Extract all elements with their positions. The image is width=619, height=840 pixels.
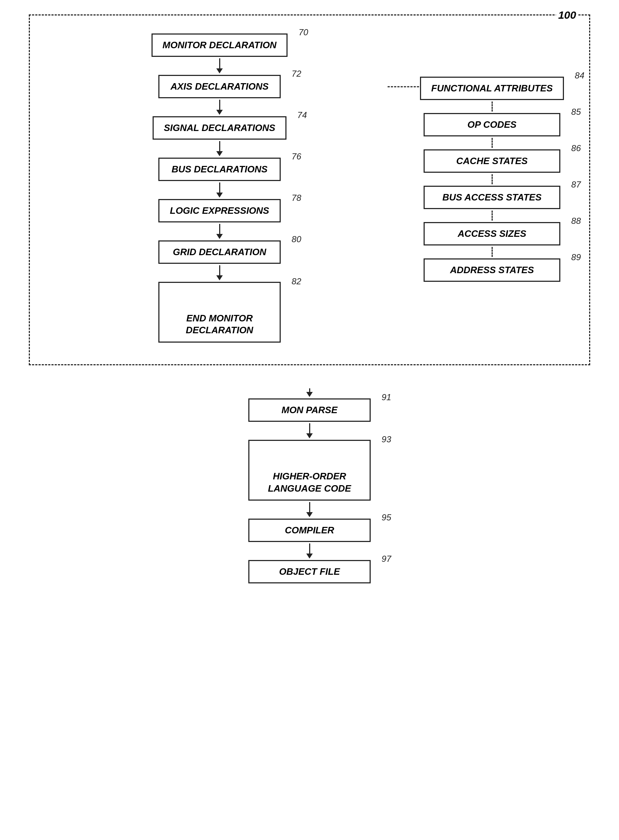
- box-mon-parse: 91 MON PARSE: [248, 398, 371, 422]
- dline-84-85: [492, 102, 493, 112]
- label-84: 84: [575, 70, 585, 81]
- box-address-states: 89 ADDRESS STATES: [423, 259, 560, 282]
- box-bus-declarations: 76 BUS DECLARATIONS: [158, 158, 281, 181]
- dline-85-86: [492, 138, 493, 148]
- label-72: 72: [292, 69, 301, 79]
- label-95: 95: [381, 513, 391, 523]
- label-76: 76: [292, 151, 301, 161]
- arrow-91-93: [306, 423, 313, 438]
- box-access-sizes: 88 ACCESS SIZES: [423, 222, 560, 245]
- label-78: 78: [292, 193, 301, 203]
- box-functional-attributes: 84 FUNCTIONAL ATTRIBUTES: [420, 77, 564, 100]
- arrow-72-74: [216, 100, 223, 115]
- dline-87-88: [492, 211, 493, 221]
- diagram: 70 MONITOR DECLARATION 72 AXIS DECLARATI…: [51, 33, 568, 342]
- label-91: 91: [381, 392, 391, 402]
- label-97: 97: [381, 554, 391, 564]
- label-88: 88: [571, 216, 581, 226]
- box-grid-declaration: 80 GRID DECLARATION: [158, 241, 281, 264]
- box-cache-states: 86 CACHE STATES: [423, 149, 560, 173]
- box-object-file: 97 OBJECT FILE: [248, 560, 371, 583]
- right-column: 84 FUNCTIONAL ATTRIBUTES 85 OP CODES 86 …: [416, 33, 568, 342]
- box-compiler: 95 COMPILER: [248, 519, 371, 542]
- arrow-76-78: [216, 182, 223, 197]
- dline-88-89: [492, 247, 493, 257]
- box-logic-expressions: 78 LOGIC EXPRESSIONS: [158, 199, 281, 223]
- label-82: 82: [292, 276, 301, 287]
- arrow-80-82: [216, 265, 223, 280]
- top-box: 100 70 MONITOR DECLARATION: [29, 14, 590, 365]
- left-column: 70 MONITOR DECLARATION 72 AXIS DECLARATI…: [51, 33, 387, 342]
- box-monitor-declaration: 70 MONITOR DECLARATION: [151, 33, 288, 57]
- box-axis-declarations: 72 AXIS DECLARATIONS: [158, 75, 281, 98]
- box-bus-access-states: 87 BUS ACCESS STATES: [423, 186, 560, 209]
- label-85: 85: [571, 107, 581, 117]
- box-op-codes: 85 OP CODES: [423, 113, 560, 136]
- box-higher-order-language: 93 HIGHER-ORDER LANGUAGE CODE: [248, 440, 371, 501]
- arrow-74-76: [216, 141, 223, 156]
- label-86: 86: [571, 143, 581, 153]
- arrow-70-72: [216, 58, 223, 73]
- label-87: 87: [571, 179, 581, 190]
- label-70: 70: [299, 27, 308, 37]
- label-80: 80: [292, 234, 301, 244]
- label-74: 74: [297, 110, 307, 120]
- arrow-top-to-91: [306, 388, 313, 397]
- bottom-flow: 91 MON PARSE 93 HIGHER-ORDER LANGUAGE CO…: [29, 387, 590, 583]
- arrow-78-80: [216, 224, 223, 239]
- label-89: 89: [571, 252, 581, 262]
- top-box-label: 100: [556, 9, 578, 21]
- dline-86-87: [492, 174, 493, 184]
- arrow-93-95: [306, 502, 313, 517]
- box-end-monitor-declaration: 82 END MONITOR DECLARATION: [158, 282, 281, 342]
- arrow-95-97: [306, 543, 313, 559]
- label-93: 93: [381, 434, 391, 445]
- box-signal-declarations: 74 SIGNAL DECLARATIONS: [153, 116, 287, 140]
- page: 100 70 MONITOR DECLARATION: [29, 14, 590, 583]
